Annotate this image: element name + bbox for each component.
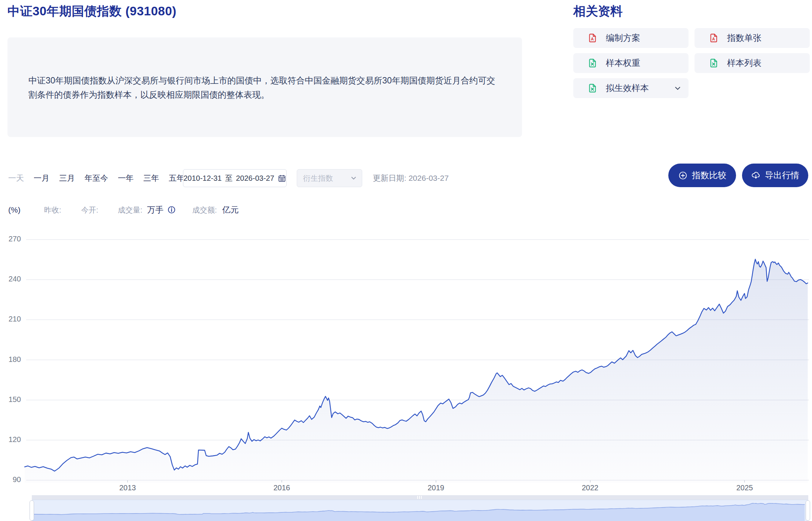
resource-label: 编制方案 (606, 32, 640, 44)
derived-index-placeholder: 衍生指数 (303, 173, 333, 183)
y-tick-label: 150 (0, 395, 21, 404)
compare-index-button[interactable]: 指数比较 (668, 164, 736, 187)
related-resources-grid: A编制方案A指数单张样本权重样本列表拟生效样本 (573, 28, 810, 98)
svg-text:A: A (591, 37, 594, 41)
x-tick-label: 2016 (265, 484, 299, 492)
x-tick-label: 2022 (573, 484, 607, 492)
date-range-picker[interactable]: 2010-12-31 至 2026-03-27 (183, 169, 287, 187)
resource-button-1[interactable]: A编制方案 (573, 28, 689, 48)
navigator-right-handle[interactable] (806, 500, 810, 521)
date-separator: 至 (225, 173, 233, 183)
chevron-down-icon[interactable] (674, 85, 681, 92)
open-label: 今开: (81, 203, 98, 217)
range-tab-4[interactable]: 年至今 (85, 173, 108, 183)
prev-close-label: 昨收: (44, 203, 61, 217)
derived-index-select[interactable]: 衍生指数 (297, 169, 362, 187)
related-resources-title: 相关资料 (573, 3, 623, 20)
resource-button-5[interactable]: 拟生效样本 (573, 78, 689, 98)
export-quotes-label: 导出行情 (765, 170, 799, 181)
quote-stats-row: (%) 昨收: 今开: 成交量: 万手 成交额: 亿元 (0, 203, 812, 217)
calendar-icon[interactable] (278, 174, 286, 183)
pdf-file-icon: A (709, 33, 719, 43)
resource-button-4[interactable]: 样本列表 (695, 53, 810, 73)
resource-label: 拟生效样本 (606, 82, 649, 94)
svg-text:A: A (712, 37, 715, 41)
navigator-strip[interactable] (32, 500, 808, 521)
date-start: 2010-12-31 (183, 174, 222, 183)
info-icon[interactable] (167, 205, 176, 219)
y-axis-unit-label: (%) (8, 203, 21, 217)
resource-button-3[interactable]: 样本权重 (573, 53, 689, 73)
navigator-scrollbar[interactable] (32, 495, 808, 500)
excel-file-icon (587, 58, 598, 68)
range-tab-1[interactable]: 一天 (8, 173, 24, 183)
navigator-left-handle[interactable] (30, 500, 34, 521)
plus-circle-icon (678, 171, 688, 180)
index-detail-page: 中证30年期国债指数 (931080) 中证30年期国债指数从沪深交易所与银行间… (0, 0, 812, 521)
turnover-label: 成交额: (192, 203, 217, 217)
update-date-label: 更新日期: 2026-03-27 (373, 169, 449, 187)
date-end: 2026-03-27 (236, 174, 274, 183)
excel-file-icon (709, 58, 719, 68)
resource-label: 样本列表 (727, 57, 761, 69)
x-tick-label: 2019 (419, 484, 453, 492)
download-cloud-icon (751, 171, 761, 180)
x-tick-label: 2013 (111, 484, 144, 492)
range-tab-7[interactable]: 五年 (169, 173, 184, 183)
price-chart[interactable] (0, 225, 812, 491)
range-tab-2[interactable]: 一月 (34, 173, 49, 183)
y-tick-label: 270 (0, 235, 21, 243)
turnover-unit: 亿元 (222, 203, 239, 217)
pdf-file-icon: A (587, 33, 598, 43)
range-tab-3[interactable]: 三月 (59, 173, 75, 183)
index-description-text: 中证30年期国债指数从沪深交易所与银行间市场上市的国债中，选取符合中国金融期货交… (28, 73, 503, 102)
range-tab-5[interactable]: 一年 (118, 173, 134, 183)
page-title: 中证30年期国债指数 (931080) (7, 3, 176, 20)
volume-unit: 万手 (147, 203, 164, 217)
y-tick-label: 120 (0, 435, 21, 444)
resource-label: 指数单张 (727, 32, 761, 44)
y-tick-label: 240 (0, 275, 21, 283)
index-description-card: 中证30年期国债指数从沪深交易所与银行间市场上市的国债中，选取符合中国金融期货交… (7, 37, 522, 137)
y-tick-label: 90 (0, 475, 21, 484)
price-chart-canvas (0, 225, 812, 491)
range-tab-6[interactable]: 三年 (143, 173, 159, 183)
volume-label: 成交量: (118, 203, 143, 217)
y-tick-label: 180 (0, 355, 21, 364)
compare-index-label: 指数比较 (692, 170, 726, 181)
range-tab-bar: 一天一月三月年至今一年三年五年 (8, 169, 184, 187)
resource-button-2[interactable]: A指数单张 (695, 28, 810, 48)
excel-file-icon (587, 83, 598, 93)
chevron-down-icon (351, 175, 357, 181)
export-quotes-button[interactable]: 导出行情 (742, 164, 808, 187)
navigator-mini-chart (32, 500, 808, 521)
x-tick-label: 2025 (728, 484, 761, 492)
resource-label: 样本权重 (606, 57, 640, 69)
y-tick-label: 210 (0, 315, 21, 323)
navigator-grip-icon[interactable] (417, 496, 423, 499)
